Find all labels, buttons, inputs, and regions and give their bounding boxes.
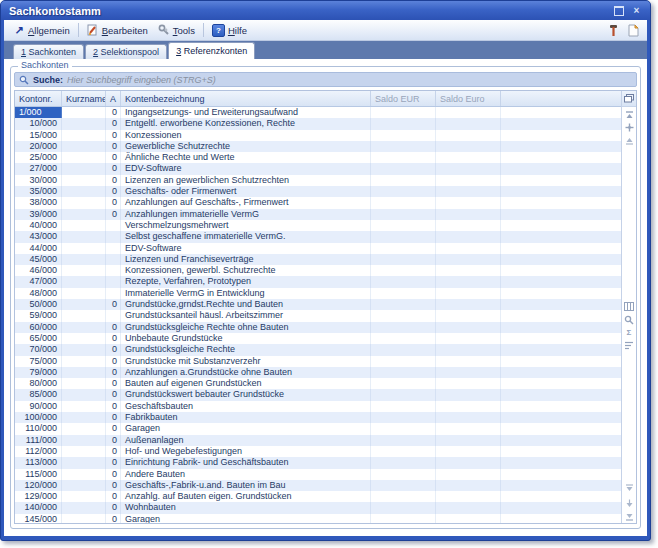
cell-saldo-eur[interactable] [371, 288, 436, 299]
cell-kontenbezeichnung[interactable]: Grundstücksanteil häusl. Arbeitszimmer [121, 310, 371, 321]
cell-kontenbezeichnung[interactable]: Hof- und Wegebefestigungen [121, 446, 371, 457]
cell-a[interactable]: 0 [106, 502, 121, 513]
table-row[interactable]: 90/000 0 Geschäftsbauten [15, 401, 621, 412]
cell-a[interactable]: 0 [106, 197, 121, 208]
cell-kontonr[interactable]: 115/000 [15, 469, 62, 480]
cell-kontonr[interactable]: 39/000 [15, 209, 62, 220]
cell-kontonr[interactable]: 70/000 [15, 344, 62, 355]
cell-a[interactable] [106, 310, 121, 321]
cell-kurzname[interactable] [62, 243, 106, 254]
cell-a[interactable] [106, 254, 121, 265]
tab-selektionspool[interactable]: 2 Selektionspool [85, 44, 167, 59]
cell-kontonr[interactable]: 90/000 [15, 401, 62, 412]
cell-saldo-eur[interactable] [371, 401, 436, 412]
cell-kontonr[interactable]: 45/000 [15, 254, 62, 265]
table-row[interactable]: 75/000 0 Grundstücke mit Substanzverzehr [15, 356, 621, 367]
table-row[interactable]: 30/000 0 Lizenzen an gewerblichen Schutz… [15, 175, 621, 186]
cell-kontonr[interactable]: 140/000 [15, 502, 62, 513]
cell-a[interactable]: 0 [106, 299, 121, 310]
search-input[interactable]: Hier Suchbegriff eingeben (STRG+S) [67, 75, 216, 85]
cell-kurzname[interactable] [62, 107, 106, 118]
cell-kontonr[interactable]: 47/000 [15, 276, 62, 287]
cell-saldo-eur[interactable] [371, 243, 436, 254]
menu-tools[interactable]: Tools [153, 23, 200, 37]
table-row[interactable]: 59/000 Grundstücksanteil häusl. Arbeitsz… [15, 310, 621, 321]
cell-kurzname[interactable] [62, 265, 106, 276]
locate-record-icon[interactable] [624, 122, 635, 133]
cell-saldo-eur[interactable] [371, 186, 436, 197]
cell-a[interactable]: 0 [106, 356, 121, 367]
table-row[interactable]: 46/000 Konzessionen, gewerbl. Schutzrech… [15, 265, 621, 276]
cell-saldo-euro[interactable] [436, 356, 501, 367]
cell-kurzname[interactable] [62, 333, 106, 344]
menu-allgemein[interactable]: ↗ Allgemein [8, 23, 75, 37]
cell-saldo-eur[interactable] [371, 457, 436, 468]
sum-icon[interactable]: Σ [624, 327, 635, 338]
cell-kontenbezeichnung[interactable]: Gewerbliche Schutzrechte [121, 141, 371, 152]
cell-saldo-euro[interactable] [436, 152, 501, 163]
cell-a[interactable] [106, 231, 121, 242]
cell-kontenbezeichnung[interactable]: Andere Bauten [121, 469, 371, 480]
cell-a[interactable]: 0 [106, 469, 121, 480]
cell-saldo-euro[interactable] [436, 480, 501, 491]
cell-kontonr[interactable]: 110/000 [15, 423, 62, 434]
table-row[interactable]: 140/000 0 Wohnbauten [15, 502, 621, 513]
cell-kurzname[interactable] [62, 401, 106, 412]
cell-saldo-euro[interactable] [436, 220, 501, 231]
cell-kurzname[interactable] [62, 502, 106, 513]
column-header-kurzname[interactable]: Kurzname [62, 91, 106, 106]
cell-kontonr[interactable]: 1/000 [15, 107, 62, 118]
close-icon[interactable]: × [629, 4, 644, 17]
cell-saldo-euro[interactable] [436, 243, 501, 254]
cell-kurzname[interactable] [62, 231, 106, 242]
cell-kurzname[interactable] [62, 457, 106, 468]
tab-referenzkonten[interactable]: 3 Referenzkonten [168, 42, 255, 59]
cell-kontonr[interactable]: 80/000 [15, 378, 62, 389]
cell-kontenbezeichnung[interactable]: Grundstücke mit Substanzverzehr [121, 356, 371, 367]
cell-kontenbezeichnung[interactable]: Grundstücksgleiche Rechte [121, 344, 371, 355]
cell-saldo-euro[interactable] [436, 231, 501, 242]
cell-saldo-eur[interactable] [371, 356, 436, 367]
table-row[interactable]: 47/000 Rezepte, Verfahren, Prototypen [15, 276, 621, 287]
cell-saldo-eur[interactable] [371, 412, 436, 423]
table-row[interactable]: 115/000 0 Andere Bauten [15, 469, 621, 480]
cell-a[interactable]: 0 [106, 152, 121, 163]
cell-kontenbezeichnung[interactable]: Grundstücksgleiche Rechte ohne Bauten [121, 322, 371, 333]
cell-saldo-eur[interactable] [371, 502, 436, 513]
cell-kurzname[interactable] [62, 514, 106, 523]
cell-saldo-eur[interactable] [371, 344, 436, 355]
cell-saldo-euro[interactable] [436, 333, 501, 344]
cell-kurzname[interactable] [62, 299, 106, 310]
column-header-saldo-eur[interactable]: Saldo EUR [371, 91, 436, 106]
cell-kurzname[interactable] [62, 356, 106, 367]
cell-kontonr[interactable]: 145/000 [15, 514, 62, 523]
cell-saldo-euro[interactable] [436, 197, 501, 208]
cell-saldo-eur[interactable] [371, 118, 436, 129]
cell-saldo-eur[interactable] [371, 469, 436, 480]
cell-kurzname[interactable] [62, 186, 106, 197]
column-header-a[interactable]: A [106, 91, 121, 106]
search-bar[interactable]: Suche: Hier Suchbegriff eingeben (STRG+S… [14, 72, 637, 87]
cell-saldo-eur[interactable] [371, 423, 436, 434]
cell-a[interactable]: 0 [106, 175, 121, 186]
cell-saldo-eur[interactable] [371, 254, 436, 265]
cell-kontonr[interactable]: 30/000 [15, 175, 62, 186]
cell-kontenbezeichnung[interactable]: Anzahlungen a.Grundstücke ohne Bauten [121, 367, 371, 378]
cell-a[interactable] [106, 243, 121, 254]
cell-kurzname[interactable] [62, 220, 106, 231]
cell-saldo-eur[interactable] [371, 141, 436, 152]
cell-kontenbezeichnung[interactable]: Grundstückswert bebauter Grundstücke [121, 389, 371, 400]
cell-a[interactable]: 0 [106, 491, 121, 502]
cell-a[interactable]: 0 [106, 389, 121, 400]
cell-kontenbezeichnung[interactable]: Lizenzen und Franchiseverträge [121, 254, 371, 265]
copy-columns-icon[interactable] [624, 93, 635, 104]
tab-sachkonten[interactable]: 1 Sachkonten [13, 44, 84, 59]
cell-kurzname[interactable] [62, 378, 106, 389]
column-header-saldo-euro[interactable]: Saldo Euro [436, 91, 501, 106]
cell-a[interactable]: 0 [106, 107, 121, 118]
cell-saldo-euro[interactable] [436, 186, 501, 197]
cell-kurzname[interactable] [62, 175, 106, 186]
cell-saldo-euro[interactable] [436, 107, 501, 118]
cell-a[interactable]: 0 [106, 514, 121, 523]
cell-kontenbezeichnung[interactable]: Ingangsetzungs- und Erweiterungsaufwand [121, 107, 371, 118]
